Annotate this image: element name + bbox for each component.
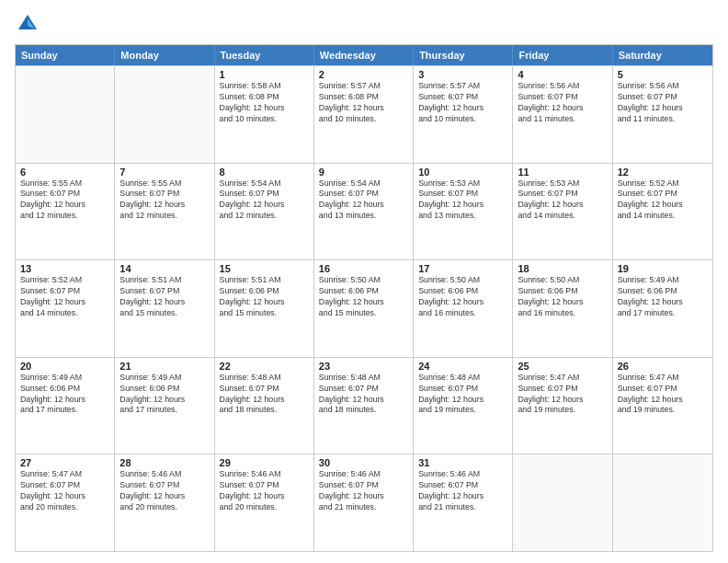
calendar-body: 1Sunrise: 5:58 AM Sunset: 6:08 PM Daylig… (16, 65, 712, 551)
calendar-cell: 30Sunrise: 5:46 AM Sunset: 6:07 PM Dayli… (314, 454, 414, 551)
header-day: Sunday (16, 45, 115, 65)
day-number: 21 (119, 361, 209, 372)
day-info: Sunrise: 5:49 AM Sunset: 6:06 PM Dayligh… (618, 275, 708, 319)
day-number: 5 (618, 69, 708, 80)
calendar-cell: 27Sunrise: 5:47 AM Sunset: 6:07 PM Dayli… (16, 454, 115, 551)
day-number: 1 (220, 69, 309, 80)
calendar-row: 27Sunrise: 5:47 AM Sunset: 6:07 PM Dayli… (16, 454, 712, 551)
day-info: Sunrise: 5:47 AM Sunset: 6:07 PM Dayligh… (518, 373, 607, 417)
day-number: 8 (220, 167, 309, 178)
calendar-cell: 17Sunrise: 5:50 AM Sunset: 6:06 PM Dayli… (414, 260, 513, 357)
day-number: 18 (518, 263, 607, 274)
calendar-cell (16, 66, 115, 163)
day-number: 20 (20, 361, 109, 372)
header (15, 11, 713, 37)
day-info: Sunrise: 5:47 AM Sunset: 6:07 PM Dayligh… (618, 373, 708, 417)
calendar-cell: 28Sunrise: 5:46 AM Sunset: 6:07 PM Dayli… (115, 454, 214, 551)
page: SundayMondayTuesdayWednesdayThursdayFrid… (0, 0, 728, 563)
calendar-cell: 6Sunrise: 5:55 AM Sunset: 6:07 PM Daylig… (16, 164, 115, 260)
day-number: 16 (319, 263, 408, 274)
calendar-cell: 23Sunrise: 5:48 AM Sunset: 6:07 PM Dayli… (314, 358, 414, 454)
calendar-cell: 24Sunrise: 5:48 AM Sunset: 6:07 PM Dayli… (414, 358, 513, 454)
day-info: Sunrise: 5:55 AM Sunset: 6:07 PM Dayligh… (20, 178, 109, 223)
calendar-cell: 11Sunrise: 5:53 AM Sunset: 6:07 PM Dayli… (513, 164, 612, 260)
day-number: 24 (418, 361, 507, 372)
day-number: 27 (20, 457, 109, 468)
calendar: SundayMondayTuesdayWednesdayThursdayFrid… (15, 44, 713, 552)
day-number: 25 (518, 361, 607, 372)
calendar-cell: 15Sunrise: 5:51 AM Sunset: 6:06 PM Dayli… (215, 260, 314, 357)
header-day: Monday (115, 45, 214, 65)
calendar-cell: 20Sunrise: 5:49 AM Sunset: 6:06 PM Dayli… (16, 358, 115, 454)
calendar-cell (115, 66, 214, 163)
day-number: 4 (518, 69, 607, 80)
day-number: 31 (418, 457, 507, 468)
calendar-cell: 9Sunrise: 5:54 AM Sunset: 6:07 PM Daylig… (314, 164, 414, 260)
day-info: Sunrise: 5:53 AM Sunset: 6:07 PM Dayligh… (518, 178, 607, 223)
calendar-cell: 12Sunrise: 5:52 AM Sunset: 6:07 PM Dayli… (613, 164, 712, 260)
day-info: Sunrise: 5:47 AM Sunset: 6:07 PM Dayligh… (20, 469, 109, 513)
day-info: Sunrise: 5:48 AM Sunset: 6:07 PM Dayligh… (220, 373, 309, 417)
day-info: Sunrise: 5:55 AM Sunset: 6:07 PM Dayligh… (119, 178, 209, 223)
day-info: Sunrise: 5:46 AM Sunset: 6:07 PM Dayligh… (319, 469, 408, 513)
calendar-cell: 31Sunrise: 5:46 AM Sunset: 6:07 PM Dayli… (414, 454, 513, 551)
day-number: 15 (220, 263, 309, 274)
calendar-row: 1Sunrise: 5:58 AM Sunset: 6:08 PM Daylig… (16, 65, 712, 163)
day-number: 3 (418, 69, 507, 80)
day-info: Sunrise: 5:57 AM Sunset: 6:08 PM Dayligh… (319, 81, 408, 125)
day-info: Sunrise: 5:51 AM Sunset: 6:07 PM Dayligh… (119, 275, 209, 319)
calendar-cell: 21Sunrise: 5:49 AM Sunset: 6:06 PM Dayli… (115, 358, 214, 454)
calendar-cell: 29Sunrise: 5:46 AM Sunset: 6:07 PM Dayli… (215, 454, 314, 551)
day-number: 29 (220, 457, 309, 468)
calendar-row: 13Sunrise: 5:52 AM Sunset: 6:07 PM Dayli… (16, 259, 712, 357)
day-info: Sunrise: 5:50 AM Sunset: 6:06 PM Dayligh… (418, 275, 507, 319)
day-number: 9 (319, 167, 408, 178)
day-number: 14 (119, 263, 209, 274)
day-info: Sunrise: 5:54 AM Sunset: 6:07 PM Dayligh… (220, 178, 309, 223)
calendar-cell: 1Sunrise: 5:58 AM Sunset: 6:08 PM Daylig… (215, 66, 314, 163)
calendar-row: 6Sunrise: 5:55 AM Sunset: 6:07 PM Daylig… (16, 163, 712, 260)
header-day: Wednesday (314, 45, 414, 65)
day-info: Sunrise: 5:50 AM Sunset: 6:06 PM Dayligh… (319, 275, 408, 319)
day-info: Sunrise: 5:48 AM Sunset: 6:07 PM Dayligh… (418, 373, 507, 417)
day-number: 19 (618, 263, 708, 274)
calendar-cell: 2Sunrise: 5:57 AM Sunset: 6:08 PM Daylig… (314, 66, 414, 163)
day-number: 10 (418, 167, 507, 178)
day-number: 13 (20, 263, 109, 274)
day-info: Sunrise: 5:56 AM Sunset: 6:07 PM Dayligh… (618, 81, 708, 125)
day-number: 30 (319, 457, 408, 468)
calendar-cell (513, 454, 612, 551)
day-info: Sunrise: 5:54 AM Sunset: 6:07 PM Dayligh… (319, 178, 408, 223)
calendar-cell: 13Sunrise: 5:52 AM Sunset: 6:07 PM Dayli… (16, 260, 115, 357)
calendar-cell: 14Sunrise: 5:51 AM Sunset: 6:07 PM Dayli… (115, 260, 214, 357)
calendar-cell: 18Sunrise: 5:50 AM Sunset: 6:06 PM Dayli… (513, 260, 612, 357)
day-number: 26 (618, 361, 708, 372)
day-number: 22 (220, 361, 309, 372)
header-day: Tuesday (215, 45, 314, 65)
day-info: Sunrise: 5:49 AM Sunset: 6:06 PM Dayligh… (20, 373, 109, 417)
day-number: 17 (418, 263, 507, 274)
calendar-cell: 10Sunrise: 5:53 AM Sunset: 6:07 PM Dayli… (414, 164, 513, 260)
calendar-cell: 16Sunrise: 5:50 AM Sunset: 6:06 PM Dayli… (314, 260, 414, 357)
day-info: Sunrise: 5:58 AM Sunset: 6:08 PM Dayligh… (220, 81, 309, 125)
day-info: Sunrise: 5:51 AM Sunset: 6:06 PM Dayligh… (220, 275, 309, 319)
header-day: Thursday (414, 45, 513, 65)
day-info: Sunrise: 5:49 AM Sunset: 6:06 PM Dayligh… (119, 373, 209, 417)
day-number: 28 (119, 457, 209, 468)
logo (15, 11, 44, 37)
day-info: Sunrise: 5:48 AM Sunset: 6:07 PM Dayligh… (319, 373, 408, 417)
day-info: Sunrise: 5:50 AM Sunset: 6:06 PM Dayligh… (518, 275, 607, 319)
calendar-cell: 4Sunrise: 5:56 AM Sunset: 6:07 PM Daylig… (513, 66, 612, 163)
calendar-header: SundayMondayTuesdayWednesdayThursdayFrid… (16, 45, 712, 65)
calendar-cell: 8Sunrise: 5:54 AM Sunset: 6:07 PM Daylig… (215, 164, 314, 260)
day-info: Sunrise: 5:46 AM Sunset: 6:07 PM Dayligh… (418, 469, 507, 513)
calendar-row: 20Sunrise: 5:49 AM Sunset: 6:06 PM Dayli… (16, 357, 712, 454)
day-number: 11 (518, 167, 607, 178)
day-info: Sunrise: 5:52 AM Sunset: 6:07 PM Dayligh… (618, 178, 708, 223)
calendar-cell (613, 454, 712, 551)
day-info: Sunrise: 5:56 AM Sunset: 6:07 PM Dayligh… (518, 81, 607, 125)
header-day: Saturday (613, 45, 712, 65)
day-number: 23 (319, 361, 408, 372)
day-number: 12 (618, 167, 708, 178)
calendar-cell: 3Sunrise: 5:57 AM Sunset: 6:07 PM Daylig… (414, 66, 513, 163)
